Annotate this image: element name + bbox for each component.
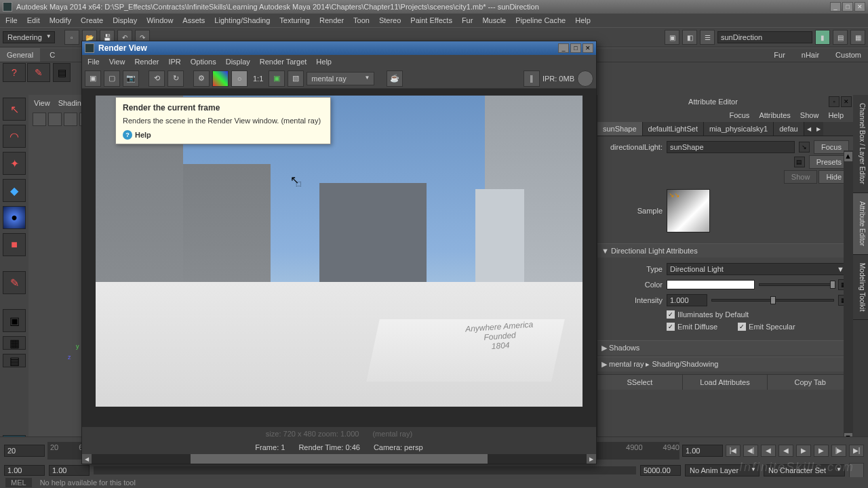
color-slider[interactable] (759, 283, 834, 286)
ae-presets-icon[interactable]: ▤ (794, 157, 805, 167)
ae-tab-defaultlightset[interactable]: defaultLightSet (643, 122, 704, 136)
rv-scroll-left-icon[interactable]: ◀ (82, 454, 92, 464)
range-end-field[interactable] (640, 465, 681, 476)
play-button[interactable]: ▶ (796, 445, 811, 457)
rv-bake-icon[interactable]: ☕ (387, 70, 403, 87)
shelf-tab-general[interactable]: General (0, 48, 40, 62)
view-camera-icon[interactable] (33, 113, 46, 126)
rv-keep-image-icon[interactable]: ▣ (269, 70, 285, 87)
render-settings-icon[interactable]: ☰ (700, 30, 715, 45)
ae-section-attributes[interactable]: ▼ Directional Light Attributes (597, 243, 853, 258)
ae-tab-scroll-left[interactable]: ◀ (804, 122, 814, 136)
rv-pause-ipr-icon[interactable]: ‖ (524, 70, 540, 87)
ae-dock-icon[interactable]: ▫ (829, 96, 840, 107)
menu-stereo[interactable]: Stereo (379, 16, 401, 24)
paint-select-tool[interactable]: ✦ (3, 152, 26, 175)
ae-tab-scroll-right[interactable]: ▶ (814, 122, 823, 136)
vtab-attribute-editor[interactable]: Attribute Editor (853, 193, 868, 255)
render-icon[interactable]: ▣ (665, 30, 679, 45)
step-back-button[interactable]: ◀ (761, 445, 776, 457)
shelf-switcher-icon[interactable]: ▤ (53, 63, 71, 82)
range-slider[interactable] (94, 466, 636, 474)
rv-menu-render-target[interactable]: Render Target (260, 58, 307, 66)
rv-rgb-icon[interactable] (212, 70, 229, 87)
step-back-key-button[interactable]: ◀| (743, 445, 758, 457)
range-start-field[interactable] (4, 465, 45, 476)
rv-render-region-icon[interactable]: ▢ (104, 70, 120, 87)
new-scene-icon[interactable]: ▫ (64, 30, 79, 45)
menu-pipeline-cache[interactable]: Pipeline Cache (515, 16, 566, 24)
ae-menu-help[interactable]: Help (828, 111, 844, 119)
layout-four-icon[interactable]: ▦ (3, 336, 26, 350)
menu-window[interactable]: Window (146, 16, 173, 24)
emit-diffuse-checkbox[interactable]: ✓Emit Diffuse (667, 323, 717, 331)
rv-close-button[interactable]: ✕ (583, 43, 593, 53)
step-fwd-key-button[interactable]: |▶ (831, 445, 846, 457)
select-tool[interactable]: ↖ (3, 98, 26, 121)
menu-assets[interactable]: Assets (182, 16, 205, 24)
current-time-field[interactable] (682, 445, 723, 457)
view-image-icon[interactable] (64, 113, 77, 126)
rv-menu-render[interactable]: Render (134, 58, 159, 66)
lasso-tool[interactable]: ◠ (3, 125, 26, 148)
rv-scroll-thumb[interactable] (191, 454, 488, 464)
ae-toggle-icon[interactable]: ▤ (833, 30, 848, 45)
menu-create[interactable]: Create (81, 16, 103, 24)
module-dropdown[interactable]: Rendering (3, 31, 55, 43)
render-view-titlebar[interactable]: Render View _ □ ✕ (82, 41, 596, 55)
ae-tab-sunshape[interactable]: sunShape (597, 122, 643, 136)
maximize-button[interactable]: □ (842, 2, 853, 12)
shelf-tab-next[interactable]: C (43, 48, 62, 62)
copy-tab-button[interactable]: Copy Tab (768, 375, 853, 390)
rv-refresh-icon[interactable]: ↻ (167, 70, 184, 87)
rv-menu-view[interactable]: View (109, 58, 125, 66)
ae-scroll-up-icon[interactable]: ▲ (844, 152, 852, 161)
go-start-button[interactable]: |◀ (726, 445, 741, 457)
sample-swatch[interactable]: ↘↘ (667, 189, 710, 232)
menu-modify[interactable]: Modify (50, 16, 71, 24)
shelf-tab-nhair[interactable]: nHair (795, 48, 826, 62)
ae-tab-default-partial[interactable]: defau (774, 122, 804, 136)
ae-menu-show[interactable]: Show (800, 111, 819, 119)
show-button[interactable]: Show (784, 170, 818, 184)
intensity-field[interactable] (667, 294, 707, 306)
time-start-field[interactable] (4, 445, 45, 457)
rv-menu-file[interactable]: File (87, 58, 100, 66)
layout-outliner-icon[interactable]: ▤ (3, 354, 26, 367)
toolsettings-toggle-icon[interactable]: ▦ (850, 30, 865, 45)
rv-render-frame-icon[interactable]: ▣ (85, 70, 101, 87)
rv-menu-display[interactable]: Display (226, 58, 250, 66)
rotate-tool[interactable]: ● (3, 206, 26, 229)
ae-node-name-field[interactable] (667, 141, 795, 153)
renderer-dropdown[interactable]: mental ray (307, 72, 374, 85)
menu-edit[interactable]: Edit (27, 16, 40, 24)
menu-texturing[interactable]: Texturing (279, 16, 310, 24)
color-swatch[interactable] (667, 280, 755, 289)
vtab-modeling-toolkit[interactable]: Modeling Toolkit (853, 255, 868, 321)
rv-scroll-right-icon[interactable]: ▶ (587, 454, 596, 464)
last-tool[interactable]: ✎ (3, 271, 26, 294)
menu-toon[interactable]: Toon (353, 16, 370, 24)
go-end-button[interactable]: ▶| (849, 445, 864, 457)
rv-menu-ipr[interactable]: IPR (168, 58, 180, 66)
minimize-button[interactable]: _ (830, 2, 841, 12)
ae-section-shading[interactable]: ▶ mental ray ▸ Shading/Shadowing (597, 357, 853, 371)
viewport-menu-view[interactable]: View (34, 99, 50, 107)
menu-display[interactable]: Display (113, 16, 137, 24)
menu-muscle[interactable]: Muscle (482, 16, 506, 24)
ae-connection-icon[interactable]: ↘ (799, 142, 810, 152)
shelf-help-icon[interactable]: ? (3, 63, 26, 82)
mel-label[interactable]: MEL (5, 478, 32, 487)
menu-paint-effects[interactable]: Paint Effects (410, 16, 452, 24)
sidebar-toggle-icon[interactable]: ▮ (815, 30, 830, 45)
rv-render-settings-icon[interactable]: ⚙ (193, 70, 210, 87)
view-bookmark-icon[interactable] (48, 113, 62, 126)
range-inner-start-field[interactable] (49, 465, 90, 476)
menu-lighting-shading[interactable]: Lighting/Shading (214, 16, 270, 24)
ae-close-icon[interactable]: ✕ (841, 96, 852, 107)
illuminates-checkbox[interactable]: ✓Illuminates by Default (667, 310, 749, 319)
rv-remove-image-icon[interactable]: ▧ (288, 70, 304, 87)
ae-menu-focus[interactable]: Focus (729, 111, 749, 119)
ae-tab-mia-physicalsky[interactable]: mia_physicalsky1 (704, 122, 774, 136)
rv-minimize-button[interactable]: _ (558, 43, 569, 53)
